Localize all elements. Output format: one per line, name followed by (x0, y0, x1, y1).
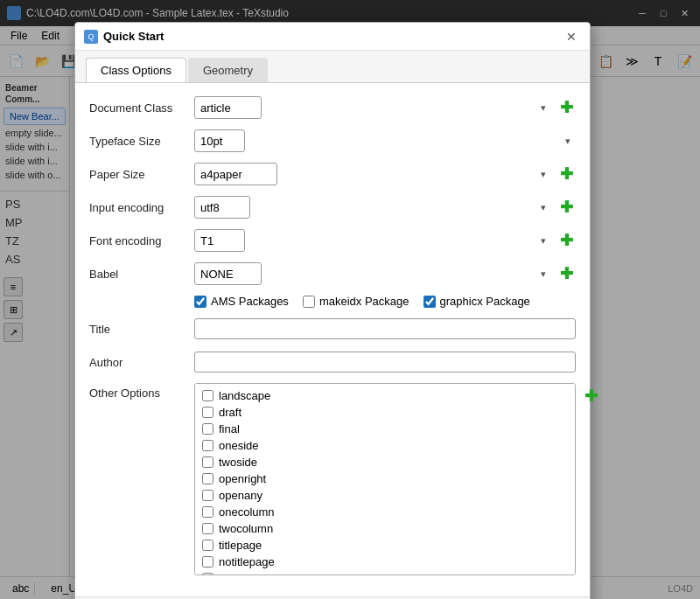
option-openany-label: openany (219, 489, 262, 502)
input-encoding-select[interactable]: utf8 latin1 ascii (194, 196, 250, 219)
dialog-overlay: Q Quick Start ✕ Class Options Geometry D… (0, 0, 700, 599)
option-notitlepage-checkbox[interactable] (202, 556, 214, 568)
other-options-label: Other Options (89, 383, 194, 400)
option-onecolumn-label: onecolumn (219, 505, 275, 519)
option-onecolumn-checkbox[interactable] (202, 506, 214, 518)
other-options-section: Other Options landscape draft (89, 383, 576, 575)
option-openright[interactable]: openright (195, 470, 575, 487)
option-twocolumn-label: twocolumn (219, 522, 273, 535)
input-encoding-select-wrapper: utf8 latin1 ascii (194, 196, 551, 219)
title-input[interactable] (194, 318, 576, 339)
option-draft[interactable]: draft (195, 404, 575, 421)
typeface-size-select-wrapper: 10pt 11pt 12pt (194, 129, 576, 152)
graphicx-checkbox[interactable] (424, 296, 436, 308)
option-notitlepage[interactable]: notitlepage (195, 554, 575, 570)
dialog-body: Document Class article book report lette… (75, 83, 590, 596)
author-control (194, 352, 576, 373)
option-twoside-label: twoside (219, 456, 257, 469)
author-row: Author (89, 350, 576, 374)
option-titlepage[interactable]: titlepage (195, 537, 575, 554)
babel-label: Babel (89, 268, 194, 281)
graphicx-label: graphicx Package (440, 295, 530, 308)
option-twocolumn-checkbox[interactable] (202, 523, 214, 534)
dialog-title: Quick Start (103, 30, 562, 43)
options-list[interactable]: landscape draft final (194, 383, 576, 575)
document-class-select-wrapper: article book report letter beamer (194, 96, 551, 119)
options-list-wrapper: landscape draft final (194, 383, 576, 575)
packages-row: AMS Packages makeidx Package graphicx Pa… (89, 295, 576, 308)
input-encoding-control: utf8 latin1 ascii ✚ (194, 196, 576, 219)
dialog-title-bar: Q Quick Start ✕ (75, 23, 590, 51)
paper-size-select-wrapper: a4paper a5paper letterpaper legalpaper (194, 163, 551, 185)
paper-size-label: Paper Size (89, 168, 194, 181)
document-class-control: article book report letter beamer ✚ (194, 96, 576, 119)
option-final[interactable]: final (195, 421, 575, 437)
typeface-size-row: Typeface Size 10pt 11pt 12pt (89, 129, 576, 153)
option-oneside-checkbox[interactable] (202, 440, 214, 451)
option-openany-checkbox[interactable] (202, 490, 214, 501)
option-twoside[interactable]: twoside (195, 454, 575, 470)
option-oneside-label: oneside (219, 439, 259, 452)
option-twoside-checkbox[interactable] (202, 456, 214, 468)
babel-row: Babel NONE english german french ✚ (89, 261, 576, 286)
paper-size-select[interactable]: a4paper a5paper letterpaper legalpaper (194, 163, 277, 185)
font-encoding-add-button[interactable]: ✚ (556, 231, 576, 250)
paper-size-control: a4paper a5paper letterpaper legalpaper ✚ (194, 163, 576, 185)
option-titlepage-checkbox[interactable] (202, 540, 214, 551)
dialog-tabs: Class Options Geometry (75, 51, 590, 83)
option-final-checkbox[interactable] (202, 423, 214, 435)
font-encoding-label: Font encoding (89, 234, 194, 247)
option-openright-label: openright (219, 472, 266, 485)
babel-add-button[interactable]: ✚ (556, 264, 576, 283)
option-onecolumn[interactable]: onecolumn (195, 504, 575, 520)
option-draft-label: draft (219, 406, 242, 419)
title-control (194, 318, 576, 339)
option-twocolumn[interactable]: twocolumn (195, 520, 575, 537)
ams-packages-checkbox[interactable] (194, 296, 206, 308)
input-encoding-add-button[interactable]: ✚ (556, 198, 576, 217)
option-draft-checkbox[interactable] (202, 407, 214, 418)
option-oneside[interactable]: oneside (195, 437, 575, 454)
dialog-close-button[interactable]: ✕ (562, 27, 581, 46)
tab-geometry[interactable]: Geometry (188, 58, 268, 82)
document-class-add-button[interactable]: ✚ (556, 98, 576, 117)
paper-size-add-button[interactable]: ✚ (556, 164, 576, 184)
main-window: C:\LO4D.com\LO4D.com - Sample Latex.tex … (0, 0, 700, 599)
font-encoding-select[interactable]: T1 OT1 (194, 229, 245, 252)
font-encoding-row: Font encoding T1 OT1 ✚ (89, 228, 576, 253)
option-final-label: final (219, 422, 240, 435)
option-titlepage-label: titlepage (219, 539, 262, 552)
option-landscape-checkbox[interactable] (202, 390, 214, 401)
makeidx-checkbox[interactable] (303, 296, 315, 308)
tab-class-options[interactable]: Class Options (86, 58, 186, 82)
document-class-row: Document Class article book report lette… (89, 95, 576, 120)
option-notitlepage-label: notitlepage (219, 555, 275, 568)
typeface-size-select[interactable]: 10pt 11pt 12pt (194, 129, 245, 152)
author-label: Author (89, 356, 194, 369)
input-encoding-row: Input encoding utf8 latin1 ascii ✚ (89, 195, 576, 219)
typeface-size-label: Typeface Size (89, 135, 194, 148)
option-landscape-label: landscape (219, 389, 270, 402)
ams-packages-label: AMS Packages (211, 295, 289, 308)
babel-control: NONE english german french ✚ (194, 262, 576, 285)
author-input[interactable] (194, 352, 576, 373)
other-options-add-button[interactable]: ✚ (581, 387, 600, 406)
title-row: Title (89, 317, 576, 341)
babel-select-wrapper: NONE english german french (194, 262, 551, 285)
babel-select[interactable]: NONE english german french (194, 262, 262, 285)
option-landscape[interactable]: landscape (195, 387, 575, 404)
option-openright-checkbox[interactable] (202, 473, 214, 484)
makeidx-checkbox-label[interactable]: makeidx Package (303, 295, 410, 308)
input-encoding-label: Input encoding (89, 201, 194, 214)
option-openbib[interactable]: openbib (195, 570, 575, 575)
dialog-title-icon: Q (84, 30, 98, 44)
typeface-size-control: 10pt 11pt 12pt (194, 129, 576, 152)
ams-packages-checkbox-label[interactable]: AMS Packages (194, 295, 289, 308)
graphicx-checkbox-label[interactable]: graphicx Package (424, 295, 530, 308)
document-class-select[interactable]: article book report letter beamer (194, 96, 262, 119)
option-openbib-checkbox[interactable] (202, 573, 214, 575)
font-encoding-control: T1 OT1 ✚ (194, 229, 576, 252)
quick-start-dialog: Q Quick Start ✕ Class Options Geometry D… (74, 22, 591, 599)
option-openany[interactable]: openany (195, 487, 575, 504)
option-openbib-label: openbib (219, 572, 259, 575)
